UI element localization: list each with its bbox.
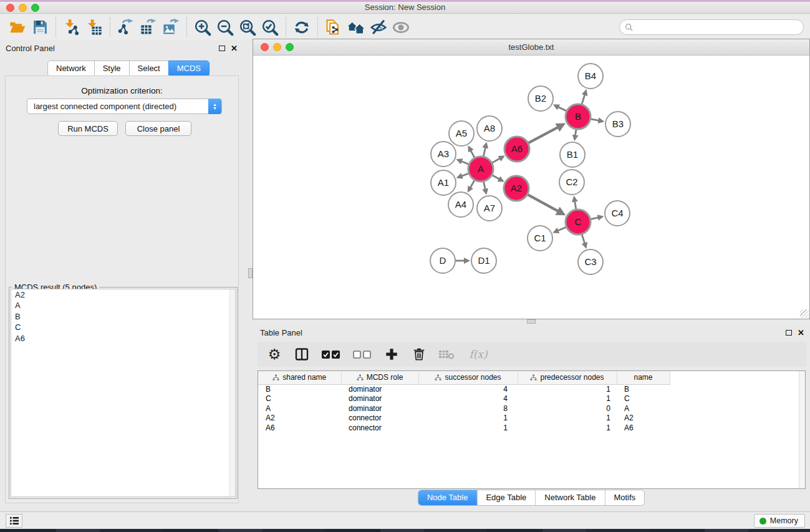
cell[interactable]: 1 [518, 423, 617, 433]
minimize-window-button[interactable] [19, 4, 27, 12]
task-history-button[interactable] [6, 514, 22, 528]
graph-edge-A-A6[interactable] [492, 157, 503, 163]
tab-network[interactable]: Network [47, 60, 95, 77]
cell[interactable]: A6 [258, 423, 341, 433]
graph-node-A2[interactable]: A2 [504, 176, 529, 201]
cell[interactable]: C [258, 394, 341, 404]
graph-edge-B-B2[interactable] [555, 105, 567, 111]
column-header-shared-name[interactable]: shared name [258, 371, 341, 384]
cell[interactable]: connector [341, 414, 418, 423]
resize-grip-icon[interactable] [800, 309, 809, 318]
graph-node-C4[interactable]: C4 [605, 201, 630, 226]
tab-edge-table[interactable]: Edge Table [476, 490, 535, 505]
column-header-name[interactable]: name [617, 371, 670, 384]
graph-edge-A-A7[interactable] [484, 181, 486, 193]
network-canvas[interactable]: B4B2BB3B1A5A8A6A3AA1A4A7A2C2C4CC1C3DD1 [253, 56, 809, 319]
cell[interactable]: B [258, 384, 341, 394]
graph-edge-B-B3[interactable] [591, 119, 603, 122]
cell[interactable]: A [258, 404, 341, 414]
cell[interactable]: dominator [341, 394, 418, 404]
graph-node-C2[interactable]: C2 [559, 170, 584, 195]
cell[interactable]: 1 [518, 414, 617, 423]
tab-mcds[interactable]: MCDS [168, 60, 210, 77]
cell[interactable]: 1 [518, 394, 617, 404]
graph-node-B4[interactable]: B4 [578, 64, 603, 89]
import-table-button[interactable] [83, 16, 105, 39]
export-table-button[interactable] [137, 16, 160, 39]
mcds-result-list[interactable]: A2ABCA6 [11, 289, 236, 497]
select-all-button[interactable] [320, 345, 342, 364]
graph-edge-C-C1[interactable] [554, 227, 566, 232]
graph-edge-A-A3[interactable] [458, 160, 468, 164]
graph-edge-B-B4[interactable] [582, 91, 586, 104]
close-table-panel-icon[interactable]: ✕ [798, 328, 804, 337]
export-image-button[interactable] [160, 16, 182, 39]
graph-node-A6[interactable]: A6 [504, 137, 529, 162]
graph-node-A8[interactable]: A8 [477, 116, 502, 141]
tab-motifs[interactable]: Motifs [604, 490, 644, 505]
graph-edge-A6-B[interactable] [529, 125, 564, 143]
minimize-view-button[interactable] [273, 43, 281, 51]
cell[interactable]: C [617, 394, 670, 404]
graph-edge-C-C2[interactable] [574, 198, 576, 210]
zoom-out-button[interactable] [214, 16, 236, 39]
list-item[interactable]: A6 [11, 333, 235, 344]
tab-select[interactable]: Select [129, 60, 169, 77]
table-row[interactable]: Bdominator41B [258, 384, 670, 394]
tab-network-table[interactable]: Network Table [535, 490, 604, 505]
open-session-button[interactable] [6, 16, 29, 39]
graph-node-B2[interactable]: B2 [528, 86, 553, 111]
search-input[interactable] [634, 21, 803, 34]
table-row[interactable]: A2connector11A2 [258, 414, 670, 423]
save-session-button[interactable] [29, 16, 51, 39]
cell[interactable]: 1 [418, 423, 518, 433]
close-panel-button[interactable]: Close panel [125, 121, 191, 136]
graph-node-A3[interactable]: A3 [431, 142, 456, 167]
close-view-button[interactable] [261, 43, 269, 51]
export-network-button[interactable] [115, 16, 137, 39]
graph-node-A4[interactable]: A4 [448, 192, 473, 217]
graph-node-A7[interactable]: A7 [477, 196, 502, 221]
tab-style[interactable]: Style [94, 60, 130, 77]
graph-node-C3[interactable]: C3 [578, 249, 603, 274]
memory-button[interactable]: Memory [754, 514, 805, 528]
zoom-view-button[interactable] [286, 43, 294, 51]
cell[interactable]: dominator [341, 384, 418, 394]
list-item[interactable]: B [11, 311, 235, 322]
graph-edge-A2-C[interactable] [528, 195, 563, 214]
graph-node-D[interactable]: D [430, 248, 455, 273]
cell[interactable]: B [617, 384, 670, 394]
search-field[interactable] [619, 19, 804, 35]
criterion-dropdown[interactable]: largest connected component (directed) ▲… [27, 99, 222, 114]
table-row[interactable]: Adominator80A [258, 404, 670, 414]
cell[interactable]: 1 [418, 414, 518, 423]
close-window-button[interactable] [6, 4, 14, 12]
zoom-window-button[interactable] [31, 4, 39, 12]
table-row[interactable]: Cdominator41C [258, 394, 670, 404]
table-row[interactable]: A6connector11A6 [258, 423, 670, 433]
graph-edge-A-A4[interactable] [468, 180, 474, 191]
cell[interactable]: dominator [341, 404, 418, 414]
list-item[interactable]: C [11, 322, 235, 334]
function-builder-button[interactable]: f(x) [465, 345, 492, 364]
cell[interactable]: 4 [418, 384, 518, 394]
network-graph[interactable]: B4B2BB3B1A5A8A6A3AA1A4A7A2C2C4CC1C3DD1 [253, 56, 809, 319]
run-mcds-button[interactable]: Run MCDS [58, 121, 118, 136]
graph-node-C1[interactable]: C1 [528, 226, 552, 251]
close-panel-icon[interactable]: ✕ [231, 44, 238, 53]
column-header-predecessor-nodes[interactable]: predecessor nodes [518, 371, 617, 384]
list-scrollbar[interactable] [229, 289, 235, 496]
list-item[interactable]: A2 [11, 289, 235, 301]
table-scrollbar[interactable] [799, 371, 805, 488]
delete-table-button[interactable] [437, 345, 456, 364]
graph-edge-A-A1[interactable] [458, 173, 468, 177]
vertical-splitter-handle[interactable] [248, 268, 253, 278]
cell[interactable]: 1 [518, 384, 617, 394]
cell[interactable]: A6 [617, 423, 670, 433]
graph-node-A1[interactable]: A1 [431, 170, 456, 195]
tab-node-table[interactable]: Node Table [418, 490, 477, 505]
table-header-row[interactable]: shared nameMCDS rolesuccessor nodesprede… [258, 371, 670, 384]
horizontal-splitter-handle[interactable] [527, 319, 536, 324]
cell[interactable]: A2 [617, 414, 670, 423]
show-columns-button[interactable] [292, 345, 311, 364]
